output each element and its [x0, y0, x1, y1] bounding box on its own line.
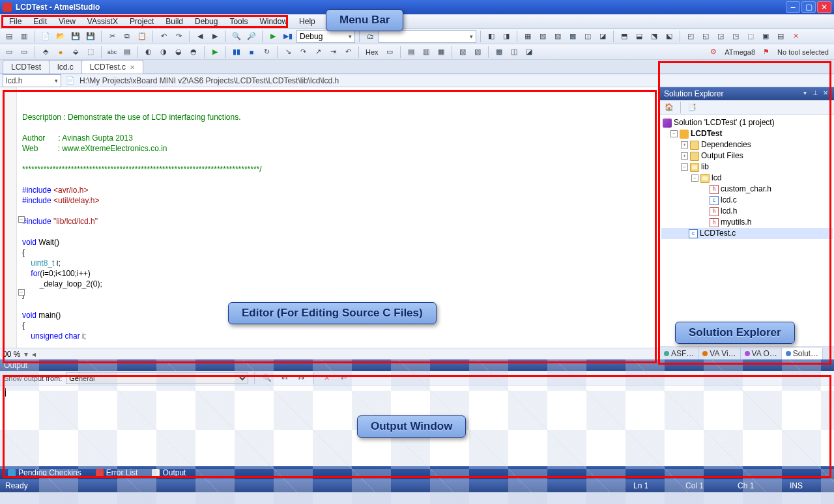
tb2-r[interactable]: ▩: [493, 46, 506, 59]
tool-icon[interactable]: ⚑: [760, 46, 773, 59]
expand-icon[interactable]: +: [681, 141, 688, 148]
new-project-icon[interactable]: ▤: [3, 30, 16, 43]
tb-icon-b[interactable]: ◨: [500, 30, 513, 43]
menu-debug[interactable]: Debug: [190, 16, 223, 27]
tool-label[interactable]: No tool selected: [775, 48, 831, 56]
close-tab-icon[interactable]: ✕: [130, 64, 135, 71]
tb-icon-s[interactable]: ▤: [774, 30, 787, 43]
tb2-i[interactable]: ◐: [142, 46, 155, 59]
nav-fwd-icon[interactable]: ▶: [208, 30, 222, 43]
tb-icon-p[interactable]: ◳: [729, 30, 742, 43]
tb-icon-q[interactable]: ⬚: [744, 30, 757, 43]
open-icon[interactable]: 📂: [54, 30, 67, 43]
save-all-icon[interactable]: 💾: [84, 30, 97, 43]
nav-icon[interactable]: 📄: [64, 74, 77, 87]
tb-icon-o[interactable]: ◲: [714, 30, 727, 43]
tb2-k[interactable]: ◒: [172, 46, 185, 59]
tb2-o[interactable]: ▦: [435, 46, 448, 59]
save-icon[interactable]: 💾: [69, 30, 82, 43]
panel-close-icon[interactable]: ✕: [821, 89, 830, 98]
btab-error-list[interactable]: Error List: [92, 467, 142, 479]
tree-file-lcd-h[interactable]: lcd.h: [661, 206, 833, 217]
minimize-button[interactable]: –: [786, 1, 800, 13]
tb2-m[interactable]: ▤: [405, 46, 418, 59]
tree-project[interactable]: −LCDTest: [661, 128, 833, 139]
menu-vassistx[interactable]: VAssistX: [82, 16, 123, 27]
ptab-va-outline[interactable]: VA O…: [741, 348, 782, 359]
config-dropdown[interactable]: Debug: [296, 30, 355, 43]
run-to-cursor-icon[interactable]: ⇥: [326, 46, 339, 59]
tb-icon-e[interactable]: ▨: [551, 30, 564, 43]
tb-icon-g[interactable]: ◫: [581, 30, 594, 43]
hex-label[interactable]: Hex: [363, 48, 381, 56]
step-out-icon[interactable]: ↗: [311, 46, 324, 59]
fold-toggle-icon[interactable]: −: [18, 216, 25, 223]
tb-icon-n[interactable]: ◱: [699, 30, 712, 43]
tb-icon-m[interactable]: ◰: [684, 30, 697, 43]
tb2-s[interactable]: ◫: [508, 46, 521, 59]
tb-icon-d[interactable]: ▧: [536, 30, 549, 43]
btab-pending-checkins[interactable]: Pending Checkins: [4, 467, 85, 479]
btab-output[interactable]: Output: [148, 467, 190, 479]
pause-icon[interactable]: ▮▮: [230, 46, 243, 59]
panel-pin-icon[interactable]: ⊥: [811, 89, 820, 98]
tb2-b[interactable]: ▭: [18, 46, 31, 59]
show-all-icon[interactable]: 📑: [685, 101, 698, 114]
step-over-icon[interactable]: ↷: [296, 46, 309, 59]
cut-icon[interactable]: ✂: [106, 30, 119, 43]
menu-view[interactable]: View: [53, 16, 81, 27]
tree-output-files[interactable]: +Output Files: [661, 150, 833, 161]
tb2-f[interactable]: ⬚: [84, 46, 97, 59]
menu-window[interactable]: Window: [254, 16, 293, 27]
device-icon[interactable]: ⚙: [707, 46, 720, 59]
find-icon[interactable]: 🔍: [230, 30, 243, 43]
menu-help[interactable]: Help: [294, 16, 321, 27]
step-back-icon[interactable]: ↶: [341, 46, 354, 59]
nav-back-icon[interactable]: ◀: [194, 30, 207, 43]
home-icon[interactable]: 🏠: [663, 101, 676, 114]
tb2-h[interactable]: ▤: [121, 46, 134, 59]
menu-project[interactable]: Project: [124, 16, 159, 27]
menu-file[interactable]: File: [4, 16, 27, 27]
collapse-icon[interactable]: −: [670, 130, 678, 137]
fold-toggle-icon[interactable]: −: [18, 289, 25, 296]
close-button[interactable]: ✕: [817, 1, 831, 13]
tb2-e[interactable]: ⬙: [69, 46, 82, 59]
ptab-va-view[interactable]: VA Vi…: [698, 348, 740, 359]
undo-icon[interactable]: ↶: [157, 30, 170, 43]
tb-icon-i[interactable]: ⬒: [618, 30, 631, 43]
tb-icon-c[interactable]: ▦: [521, 30, 534, 43]
ptab-solution[interactable]: Solut…: [782, 348, 823, 359]
scope-combo[interactable]: lcd.h: [3, 74, 61, 87]
run-icon[interactable]: ▶: [208, 46, 222, 59]
tb-icon-r[interactable]: ▣: [759, 30, 772, 43]
menu-tools[interactable]: Tools: [224, 16, 253, 27]
tb-icon-h[interactable]: ◪: [596, 30, 609, 43]
tree-file-lcd-c[interactable]: lcd.c: [661, 195, 833, 206]
ptab-asf[interactable]: ASF…: [660, 348, 698, 359]
zoom-dropdown-icon[interactable]: ▾: [24, 350, 28, 359]
panel-dropdown-icon[interactable]: ▾: [800, 89, 809, 98]
redo-icon[interactable]: ↷: [172, 30, 185, 43]
tb-icon-k[interactable]: ⬔: [648, 30, 661, 43]
tb2-q[interactable]: ▨: [471, 46, 484, 59]
tb-icon-t[interactable]: ⨯: [789, 30, 802, 43]
start-debug-icon[interactable]: ▶: [266, 30, 280, 43]
tb2-t[interactable]: ◪: [523, 46, 536, 59]
expand-icon[interactable]: +: [681, 152, 688, 160]
tree-lcd-folder[interactable]: −lcd: [661, 173, 833, 184]
collapse-icon[interactable]: −: [691, 175, 698, 182]
tb2-j[interactable]: ◑: [157, 46, 170, 59]
tb2-d[interactable]: ●: [54, 46, 67, 59]
tree-file-myutils[interactable]: myutils.h: [661, 217, 833, 228]
start-nodebug-icon[interactable]: ▶▮: [281, 30, 295, 43]
tree-file-lcdtest-c[interactable]: LCDTest.c: [661, 228, 833, 239]
menu-edit[interactable]: Edit: [28, 16, 52, 27]
maximize-button[interactable]: ▢: [801, 1, 816, 13]
output-prev-icon[interactable]: ↤: [278, 372, 291, 385]
tree-lib[interactable]: −lib: [661, 161, 833, 173]
tab-lcd-c[interactable]: lcd.c: [49, 60, 82, 74]
tb-icon-a[interactable]: ◧: [485, 30, 498, 43]
tb2-p[interactable]: ▧: [456, 46, 469, 59]
collapse-icon[interactable]: −: [681, 163, 688, 171]
